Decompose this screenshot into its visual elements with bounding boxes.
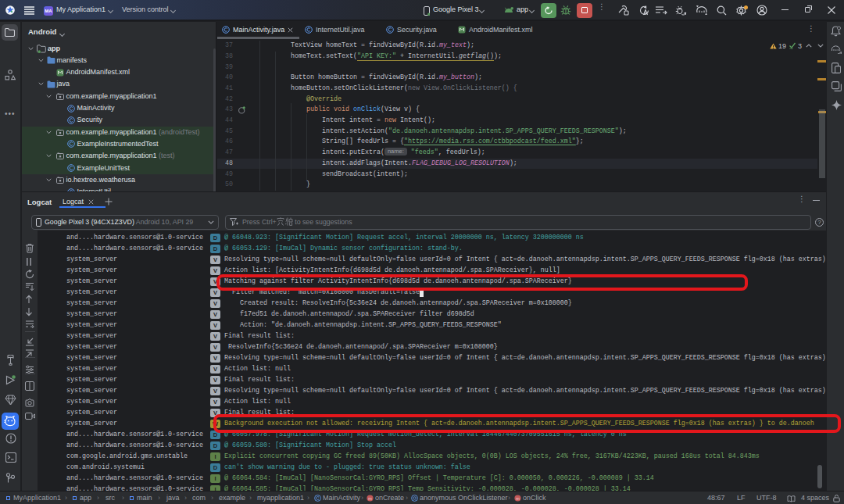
svg-text:m: m [516,496,520,501]
svg-text:m: m [368,496,372,501]
svg-text:?: ? [817,219,821,226]
